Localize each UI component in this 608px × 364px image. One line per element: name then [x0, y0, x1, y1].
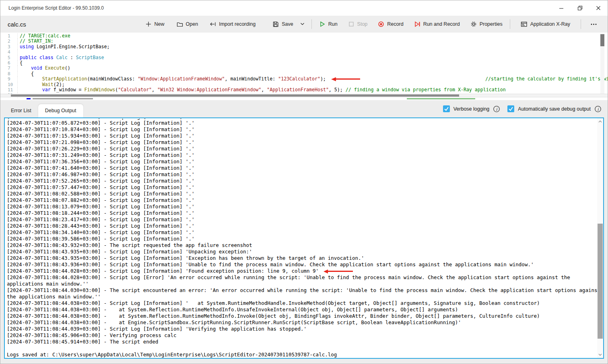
scroll-down-icon[interactable] — [597, 352, 603, 358]
minimize-icon — [559, 5, 564, 11]
log-line: [2024-07-30T11:08:44.038+03:00] - Script… — [7, 300, 603, 306]
autosave-debug-checkbox[interactable] — [507, 105, 514, 112]
log-line: [2024-07-30T11:07:57.447+03:00] - Script… — [7, 184, 603, 191]
log-line: [2024-07-30T11:08:44.039+03:00] - Script… — [7, 326, 603, 332]
log-line: [2024-07-30T11:07:31.249+03:00] - Script… — [7, 152, 603, 158]
code-line: 6{ — [0, 60, 608, 66]
log-line: [2024-07-30T11:08:43.935+03:00] - Script… — [7, 249, 603, 255]
window-title: Login Enterprise Script Editor - 99.50.1… — [8, 5, 104, 11]
log-line: [2024-07-30T11:08:45.914+03:00] - The sc… — [7, 339, 603, 345]
inline-comment: //starting the calculator by finding it'… — [485, 76, 608, 82]
verbose-info-icon[interactable]: i — [493, 105, 500, 113]
record-button[interactable]: Record — [374, 18, 407, 30]
autosave-debug-label: Automatically save debug output — [518, 106, 591, 112]
checkmark-icon — [508, 106, 513, 111]
debug-output-panel: [2024-07-30T11:07:05.872+03:00] - Script… — [4, 117, 604, 359]
log-line: [2024-07-30T11:07:05.872+03:00] - Script… — [7, 120, 603, 126]
line-number: 8 — [0, 71, 17, 76]
line-number: 3 — [0, 44, 17, 49]
import-label: Import recording — [219, 21, 256, 27]
line-number: 4 — [0, 49, 17, 55]
save-label: Save — [282, 21, 293, 27]
properties-label: Properties — [480, 21, 503, 27]
run-and-record-button[interactable]: Run and Record — [410, 18, 464, 30]
properties-button[interactable]: Properties — [467, 18, 506, 30]
tab-error-list[interactable]: Error List — [4, 104, 38, 117]
log-line: [2024-07-30T11:08:07.882+03:00] - Script… — [7, 197, 603, 204]
line-number: 5 — [0, 55, 17, 60]
record-label: Record — [387, 21, 403, 27]
log-line: [2024-07-30T11:07:36.356+03:00] - Script… — [7, 158, 603, 165]
log-line: [2024-07-30T11:08:43.932+03:00] - The sc… — [7, 242, 603, 249]
log-line: [2024-07-30T11:08:45.906+03:00] - Verify… — [7, 332, 603, 339]
code-line: 9 StartApplication(mainWindowClass: "Win… — [0, 76, 608, 82]
save-dropdown-button[interactable] — [297, 18, 308, 30]
bottom-pane: Error List Debug Output Verbose logging … — [0, 100, 608, 364]
tab-debug-output[interactable]: Debug Output — [38, 104, 83, 117]
line-number: 9 — [0, 76, 17, 82]
verbose-logging-checkbox[interactable] — [443, 105, 450, 112]
log-line: [2024-07-30T11:08:39.586+03:00] - Script… — [7, 236, 603, 242]
chevron-down-icon — [300, 23, 305, 26]
close-icon — [596, 5, 601, 11]
editor-horizontal-scrollbar[interactable] — [0, 94, 608, 97]
line-number: 2 — [0, 39, 17, 44]
log-line: [2024-07-30T11:08:44.038+03:00] - at Sys… — [7, 313, 603, 319]
scroll-up-icon[interactable] — [597, 119, 603, 124]
log-line: [2024-07-30T11:08:28.443+03:00] - Script… — [7, 223, 603, 229]
log-line: [2024-07-30T11:07:10.874+03:00] - Script… — [7, 126, 603, 133]
log-line: Logs saved at: C:\Users\super\AppData\Lo… — [7, 352, 603, 358]
log-line: [2024-07-30T11:08:43.936+03:00] - Script… — [7, 261, 603, 268]
svg-text:i: i — [496, 107, 498, 111]
log-line: [2024-07-30T11:08:43.935+03:00] - Script… — [7, 255, 603, 261]
more-button[interactable] — [585, 18, 603, 30]
code-line: 3using LoginPI.Engine.ScriptBase; — [0, 44, 608, 49]
import-recording-button[interactable]: Import recording — [206, 18, 259, 30]
log-vertical-scrollbar-thumb[interactable] — [598, 224, 603, 339]
log-line: [2024-07-30T11:08:18.244+03:00] - Script… — [7, 210, 603, 216]
run-button[interactable]: Run — [315, 18, 341, 30]
save-icon — [272, 21, 279, 27]
restore-button[interactable] — [571, 0, 589, 16]
annotation-arrow — [331, 76, 360, 82]
log-line: [2024-07-30T11:08:44.038+03:00] - at Eng… — [7, 319, 603, 326]
run-and-record-icon — [414, 21, 420, 27]
log-line — [7, 345, 603, 352]
verbose-logging-label: Verbose logging — [453, 106, 490, 112]
log-line: [2024-07-30T11:07:26.229+03:00] - Script… — [7, 146, 603, 152]
open-label: Open — [186, 21, 198, 27]
log-line: [2024-07-30T11:08:02.588+03:00] - Script… — [7, 191, 603, 197]
tab-strip: Error List Debug Output Verbose logging … — [0, 100, 608, 117]
line-number: 6 — [0, 60, 17, 66]
code-line: 5public class Calc : ScriptBase — [0, 55, 608, 60]
run-label: Run — [328, 21, 338, 27]
new-button[interactable]: New — [142, 18, 168, 30]
minimize-button[interactable] — [552, 0, 571, 16]
save-button[interactable]: Save — [269, 18, 297, 30]
plus-icon — [145, 21, 152, 27]
svg-text:i: i — [597, 107, 599, 111]
run-icon — [319, 21, 326, 27]
open-button[interactable]: Open — [173, 18, 202, 30]
ellipsis-icon — [590, 21, 597, 27]
autosave-info-icon[interactable]: i — [594, 105, 602, 113]
code-line: 4 — [0, 49, 608, 55]
record-icon — [378, 21, 384, 27]
close-button[interactable] — [589, 0, 608, 16]
line-number: 10 — [0, 82, 17, 87]
application-xray-button[interactable]: Application X-Ray — [517, 18, 574, 30]
code-line: 10 Wait(2); — [0, 82, 608, 87]
toolbar-separator — [581, 19, 581, 29]
log-line: the applications main window.'' — [7, 294, 603, 300]
log-line: [2024-07-30T11:08:44.030+03:00] - The sc… — [7, 287, 603, 294]
editor-horizontal-scrollbar-thumb[interactable] — [11, 95, 459, 97]
editor-vertical-scrollbar-thumb[interactable] — [600, 34, 604, 46]
log-vertical-scrollbar[interactable] — [597, 118, 603, 358]
code-line: 8 { — [0, 71, 608, 76]
code-editor[interactable]: 1// TARGET:calc.exe2// START_IN:3using L… — [0, 33, 608, 100]
code-lines: 1// TARGET:calc.exe2// START_IN:3using L… — [0, 33, 608, 98]
log-line: applications main window.'' — [7, 281, 603, 287]
log-line: [2024-07-30T11:07:46.987+03:00] - Script… — [7, 171, 603, 178]
stop-button[interactable]: Stop — [344, 18, 371, 30]
log-line: [2024-07-30T11:07:21.098+03:00] - Script… — [7, 139, 603, 146]
